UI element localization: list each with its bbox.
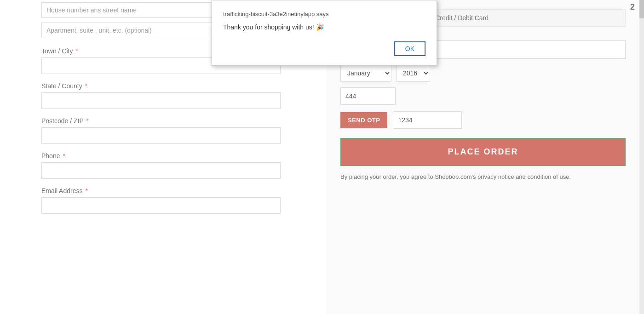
dialog-footer: OK <box>223 41 426 56</box>
thank-you-text: Thank you for shopping with us! 🎉 <box>223 23 324 31</box>
dialog-line2: Thank you for shopping with us! 🎉 <box>223 23 426 32</box>
dialog-box: trafficking-biscuit-3a3e2inetinylapp say… <box>212 0 437 66</box>
dialog-message: trafficking-biscuit-3a3e2inetinylapp say… <box>223 10 426 32</box>
dialog-line1: trafficking-biscuit-3a3e2inetinylapp say… <box>223 10 426 19</box>
dialog-ok-button[interactable]: OK <box>394 41 426 56</box>
page-wrapper: Town / City * State / County * Postcode … <box>0 0 644 314</box>
